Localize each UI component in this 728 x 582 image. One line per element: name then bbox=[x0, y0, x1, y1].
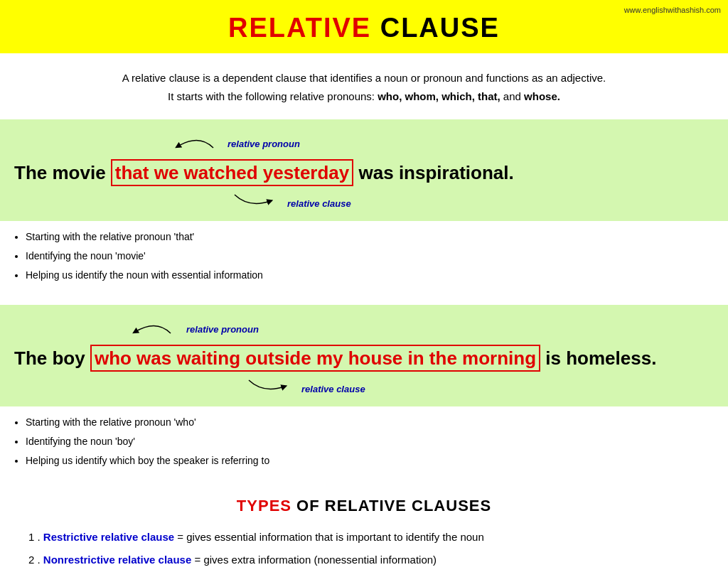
example1-post: was inspirational. bbox=[353, 162, 513, 183]
title-red: RELATIVE bbox=[228, 13, 371, 43]
types-list-item2: 2 . Nonrestrictive relative clause = giv… bbox=[28, 549, 707, 571]
example2-pre: The boy bbox=[14, 347, 90, 369]
example1-bullets: Starting with the relative pronoun 'that… bbox=[0, 221, 728, 298]
type2-label: Nonrestrictive relative clause bbox=[43, 554, 191, 566]
example1-sentence: The movie that we watched yesterday was … bbox=[14, 153, 714, 190]
list-item: Starting with the relative pronoun 'that… bbox=[26, 228, 714, 246]
types-title: TYPES OF RELATIVE CLAUSES bbox=[21, 497, 707, 515]
types-title-red: TYPES bbox=[237, 497, 291, 514]
example2-post: is homeless. bbox=[540, 347, 656, 369]
arrow2b-svg bbox=[242, 377, 299, 397]
page-title: RELATIVE CLAUSE bbox=[7, 13, 721, 43]
list-item: Starting with the relative pronoun 'who' bbox=[26, 414, 714, 431]
example2-clause-label: relative clause bbox=[301, 384, 365, 397]
list-item: Helping us identify which boy the speake… bbox=[26, 452, 714, 470]
type1-label: Restrictive relative clause bbox=[43, 531, 174, 543]
list-item: Identifying the noun 'boy' bbox=[26, 433, 714, 451]
type2-rest: = gives extra information (nonessential … bbox=[191, 554, 437, 566]
header: www.englishwithashish.com RELATIVE CLAUS… bbox=[0, 0, 728, 53]
example1-pre: The movie bbox=[14, 162, 111, 183]
example1-wrap: relative pronoun The movie that we watch… bbox=[0, 119, 728, 298]
arrow1b-svg bbox=[228, 191, 284, 211]
types-list: 1 . Restrictive relative clause = gives … bbox=[21, 527, 707, 571]
example2-sentence: The boy who was waiting outside my house… bbox=[14, 339, 714, 375]
example2-pronoun-label: relative pronoun bbox=[186, 324, 259, 335]
example1-block: relative pronoun The movie that we watch… bbox=[0, 119, 728, 221]
definition-line2: It starts with the following relative pr… bbox=[21, 87, 707, 106]
example2-bullets: Starting with the relative pronoun 'who'… bbox=[0, 406, 728, 483]
example2-highlight: who was waiting outside my house in the … bbox=[90, 345, 540, 372]
types-title-black: OF RELATIVE CLAUSES bbox=[291, 497, 491, 514]
title-black: CLAUSE bbox=[371, 13, 500, 43]
example1-highlight: that we watched yesterday bbox=[111, 159, 353, 186]
list-item: Helping us identify the noun with essent… bbox=[26, 266, 714, 284]
example1-pronoun-label: relative pronoun bbox=[228, 139, 300, 149]
type1-rest: = gives essential information that is im… bbox=[174, 531, 484, 543]
example2-wrap: relative pronoun The boy who was waiting… bbox=[0, 305, 728, 483]
page: www.englishwithashish.com RELATIVE CLAUS… bbox=[0, 0, 728, 582]
example1-clause-label: relative clause bbox=[287, 198, 351, 211]
types-section: TYPES OF RELATIVE CLAUSES 1 . Restrictiv… bbox=[0, 483, 728, 582]
list-item: Identifying the noun 'movie' bbox=[26, 247, 714, 265]
example2-block: relative pronoun The boy who was waiting… bbox=[0, 305, 728, 406]
definition-section: A relative clause is a dependent clause … bbox=[0, 53, 728, 112]
types-list-item1: 1 . Restrictive relative clause = gives … bbox=[28, 527, 707, 548]
website-label: www.englishwithashish.com bbox=[624, 6, 721, 14]
definition-line1: A relative clause is a dependent clause … bbox=[21, 69, 707, 87]
